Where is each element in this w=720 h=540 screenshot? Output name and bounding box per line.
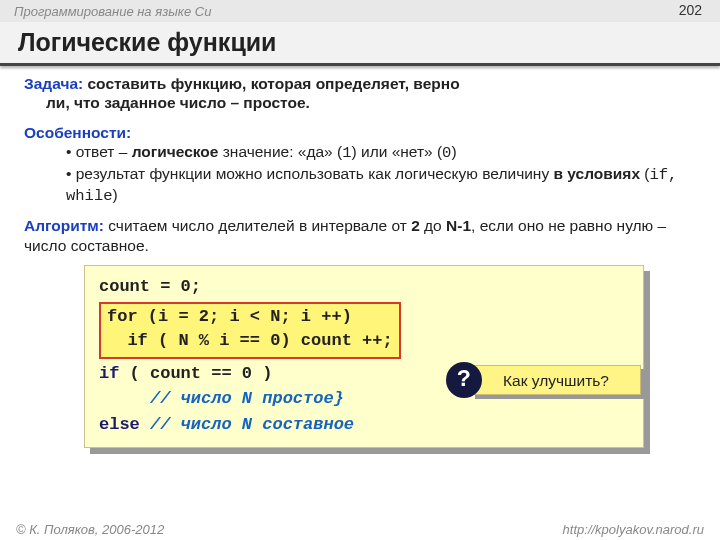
code-box: count = 0; for (i = 2; i < N; i ++) if (… xyxy=(84,265,644,448)
callout: ? Как улучшить? xyxy=(471,365,641,395)
algo-label: Алгоритм: xyxy=(24,217,104,234)
task-block: Задача: составить функцию, которая опред… xyxy=(24,74,696,113)
content-area: Задача: составить функцию, которая опред… xyxy=(0,66,720,448)
code-line: else // число N составное xyxy=(99,412,629,438)
slide-title: Логические функции xyxy=(0,22,720,63)
code-line: for (i = 2; i < N; i ++) xyxy=(107,305,393,330)
code-line: count = 0; xyxy=(99,274,629,300)
page-number: 202 xyxy=(679,2,702,18)
code-line: if ( N % i == 0) count ++; xyxy=(107,329,393,354)
algo-block: Алгоритм: считаем число делителей в инте… xyxy=(24,216,696,255)
copyright: © К. Поляков, 2006-2012 xyxy=(16,522,164,537)
task-text-a: составить функцию, которая определяет, в… xyxy=(88,75,460,92)
footer: © К. Поляков, 2006-2012 http://kpolyakov… xyxy=(0,522,720,537)
callout-text: Как улучшить? xyxy=(503,369,609,392)
question-icon: ? xyxy=(446,362,482,398)
list-item: ответ – логическое значение: «да» (1) ил… xyxy=(66,142,696,163)
highlighted-loop: for (i = 2; i < N; i ++) if ( N % i == 0… xyxy=(99,302,401,359)
list-item: результат функции можно использовать как… xyxy=(66,164,696,207)
features-block: Особенности: ответ – логическое значение… xyxy=(24,123,696,207)
task-label: Задача: xyxy=(24,75,83,92)
callout-box: ? Как улучшить? xyxy=(471,365,641,395)
site-url: http://kpolyakov.narod.ru xyxy=(563,522,704,537)
header-strip: Программирование на языке Си xyxy=(0,0,720,22)
code-block: count = 0; for (i = 2; i < N; i ++) if (… xyxy=(84,265,644,448)
features-label: Особенности: xyxy=(24,123,696,142)
features-list: ответ – логическое значение: «да» (1) ил… xyxy=(24,142,696,206)
task-text-b: ли, что заданное число – простое. xyxy=(24,93,310,112)
course-name: Программирование на языке Си xyxy=(14,4,211,19)
